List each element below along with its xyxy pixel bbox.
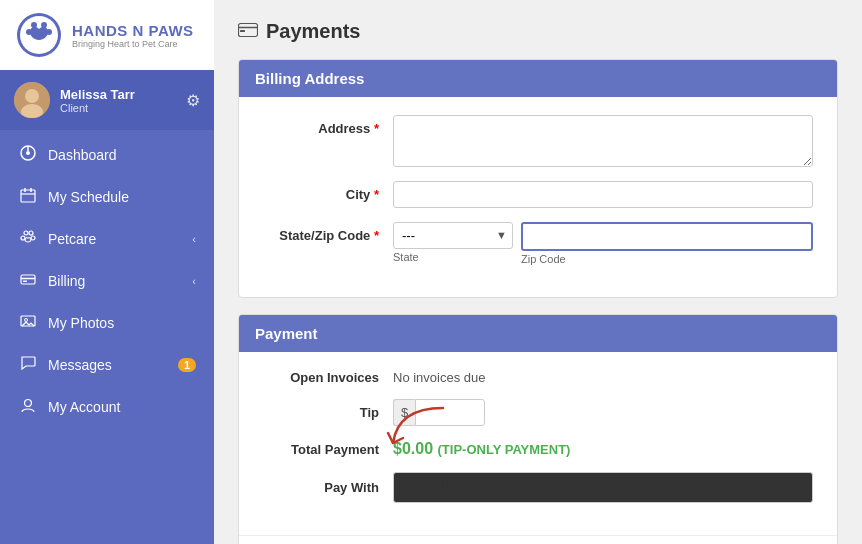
svg-rect-28 <box>240 30 245 32</box>
state-sublabel: State <box>393 251 513 263</box>
address-label: Address * <box>263 115 393 136</box>
billing-address-header: Billing Address <box>239 60 837 97</box>
sidebar-item-label-petcare: Petcare <box>48 231 192 247</box>
svg-point-3 <box>41 22 47 28</box>
page-title-text: Payments <box>266 20 361 43</box>
state-select-wrap: --- ▼ <box>393 222 513 249</box>
payment-card: Payment Open Invoices No invoices due Ti… <box>238 314 838 544</box>
photos-icon <box>18 313 38 333</box>
messages-icon <box>18 355 38 375</box>
total-payment-row: Total Payment $0.00 (TIP-ONLY PAYMENT) <box>263 440 813 458</box>
tip-label: Tip <box>263 405 393 420</box>
logo-area: HANDS N PAWS Bringing Heart to Pet Care <box>0 0 214 70</box>
svg-point-17 <box>29 231 33 235</box>
city-input[interactable] <box>393 181 813 208</box>
svg-rect-20 <box>21 275 35 284</box>
logo-subtitle: Bringing Heart to Pet Care <box>72 39 194 49</box>
state-zip-row: State/Zip Code * --- ▼ State <box>263 222 813 265</box>
pay-with-select[interactable]: ████████████████ <box>393 472 813 503</box>
dashboard-icon <box>18 145 38 165</box>
zip-sublabel: Zip Code <box>521 253 813 265</box>
user-name: Melissa Tarr <box>60 87 186 102</box>
page-title: Payments <box>238 20 838 43</box>
sidebar-item-label-photos: My Photos <box>48 315 196 331</box>
logo-text: HANDS N PAWS Bringing Heart to Pet Care <box>72 22 194 49</box>
tip-group: $ <box>393 399 485 426</box>
state-zip-group: --- ▼ State Zip Code <box>393 222 813 265</box>
billing-arrow: ‹ <box>192 275 196 287</box>
address-input[interactable] <box>393 115 813 167</box>
payment-body: Open Invoices No invoices due Tip $ Tota… <box>239 352 837 535</box>
settings-icon[interactable]: ⚙ <box>186 91 200 110</box>
sidebar-item-my-photos[interactable]: My Photos <box>0 302 214 344</box>
open-invoices-value: No invoices due <box>393 370 486 385</box>
city-required: * <box>374 187 379 202</box>
city-label: City * <box>263 181 393 202</box>
messages-badge: 1 <box>178 358 196 372</box>
billing-address-body: Address * City * State/Zip Code * <box>239 97 837 297</box>
petcare-icon <box>18 229 38 249</box>
payment-header: Payment <box>239 315 837 352</box>
state-zip-label: State/Zip Code * <box>263 222 393 243</box>
total-payment-value: $0.00 (TIP-ONLY PAYMENT) <box>393 440 570 458</box>
open-invoices-row: Open Invoices No invoices due <box>263 370 813 385</box>
sidebar-item-label-billing: Billing <box>48 273 192 289</box>
svg-point-24 <box>25 319 28 322</box>
sidebar-item-label-messages: Messages <box>48 357 178 373</box>
billing-address-card: Billing Address Address * City * <box>238 59 838 298</box>
schedule-icon <box>18 187 38 207</box>
svg-point-7 <box>25 89 39 103</box>
submit-row: 🔒 Submit <box>239 535 837 544</box>
billing-icon <box>18 271 38 291</box>
svg-rect-12 <box>21 190 35 202</box>
logo-icon <box>16 12 62 58</box>
city-row: City * <box>263 181 813 208</box>
tip-row: Tip $ <box>263 399 813 426</box>
sidebar-item-dashboard[interactable]: Dashboard <box>0 134 214 176</box>
state-select-container: --- ▼ State <box>393 222 513 263</box>
logo-title: HANDS N PAWS <box>72 22 194 39</box>
zip-input-container: Zip Code <box>521 222 813 265</box>
sidebar-item-label-schedule: My Schedule <box>48 189 196 205</box>
svg-point-25 <box>25 400 32 407</box>
svg-point-4 <box>26 29 32 35</box>
state-zip-required: * <box>374 228 379 243</box>
svg-rect-22 <box>23 281 27 283</box>
svg-point-2 <box>31 22 37 28</box>
state-select[interactable]: --- <box>393 222 513 249</box>
sidebar-navigation: Dashboard My Schedule Petcare ‹ Billing … <box>0 130 214 544</box>
user-profile-area: Melissa Tarr Client ⚙ <box>0 70 214 130</box>
sidebar-item-label-account: My Account <box>48 399 196 415</box>
sidebar-item-billing[interactable]: Billing ‹ <box>0 260 214 302</box>
address-required: * <box>374 121 379 136</box>
sidebar-item-my-account[interactable]: My Account <box>0 386 214 428</box>
avatar <box>14 82 50 118</box>
zip-input[interactable] <box>521 222 813 251</box>
sidebar-item-messages[interactable]: Messages 1 <box>0 344 214 386</box>
sidebar-item-my-schedule[interactable]: My Schedule <box>0 176 214 218</box>
pay-with-row: Pay With ████████████████ <box>263 472 813 503</box>
tip-only-label: (TIP-ONLY PAYMENT) <box>438 442 571 457</box>
tip-dollar-sign: $ <box>393 399 415 426</box>
pay-with-label: Pay With <box>263 480 393 495</box>
svg-point-5 <box>46 29 52 35</box>
sidebar-item-label-dashboard: Dashboard <box>48 147 196 163</box>
svg-point-16 <box>24 231 28 235</box>
sidebar-item-petcare[interactable]: Petcare ‹ <box>0 218 214 260</box>
open-invoices-label: Open Invoices <box>263 370 393 385</box>
tip-input[interactable] <box>415 399 485 426</box>
svg-point-10 <box>26 151 30 155</box>
account-icon <box>18 397 38 417</box>
user-info: Melissa Tarr Client <box>60 87 186 114</box>
sidebar: HANDS N PAWS Bringing Heart to Pet Care … <box>0 0 214 544</box>
petcare-arrow: ‹ <box>192 233 196 245</box>
address-row: Address * <box>263 115 813 167</box>
user-role: Client <box>60 102 186 114</box>
page-title-icon <box>238 20 258 43</box>
main-content: Payments Billing Address Address * City … <box>214 0 862 544</box>
total-payment-label: Total Payment <box>263 442 393 457</box>
